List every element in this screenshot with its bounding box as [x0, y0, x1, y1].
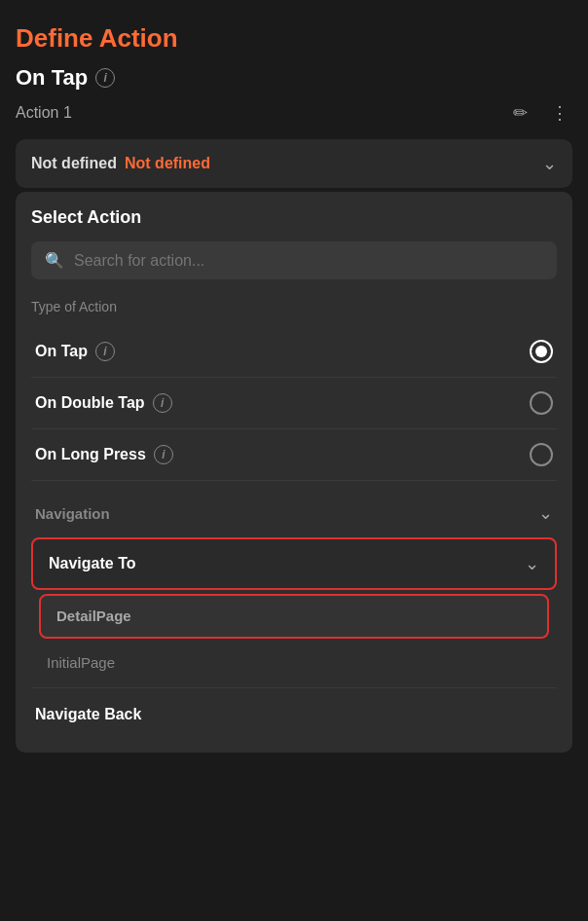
on-long-press-option-label-group: On Long Press i	[35, 445, 173, 464]
on-long-press-radio[interactable]	[530, 443, 553, 466]
edit-button[interactable]: ✏	[509, 98, 532, 128]
action-row: Action 1 ✏ ⋮	[16, 98, 572, 128]
on-tap-info-icon[interactable]: i	[95, 68, 115, 88]
action-label: Action 1	[16, 104, 72, 122]
dropdown-value: Not defined	[125, 155, 210, 172]
dropdown-header[interactable]: Not defined Not defined ⌄	[16, 139, 572, 188]
on-double-tap-option-label-group: On Double Tap i	[35, 393, 172, 413]
search-input[interactable]	[74, 252, 543, 270]
more-options-button[interactable]: ⋮	[547, 98, 572, 128]
page-container: Define Action On Tap i Action 1 ✏ ⋮ Not …	[0, 0, 588, 780]
radio-row-on-tap[interactable]: On Tap i	[31, 326, 557, 378]
detail-page-label: DetailPage	[56, 608, 131, 624]
page-title: Define Action	[16, 23, 572, 54]
on-tap-radio-inner	[535, 346, 547, 357]
select-action-title: Select Action	[31, 207, 557, 228]
radio-row-on-long-press[interactable]: On Long Press i	[31, 429, 557, 481]
on-tap-option-label-group: On Tap i	[35, 342, 115, 361]
select-action-panel: Select Action 🔍 Type of Action On Tap i …	[16, 192, 572, 753]
detail-page-row[interactable]: DetailPage	[39, 594, 549, 639]
dropdown-chevron-icon: ⌄	[542, 153, 557, 174]
navigate-to-label: Navigate To	[49, 555, 136, 572]
on-tap-radio[interactable]	[530, 340, 553, 363]
navigate-back-label: Navigate Back	[35, 706, 141, 722]
navigation-chevron-icon: ⌄	[538, 502, 553, 524]
on-double-tap-info-icon[interactable]: i	[153, 393, 172, 413]
search-box: 🔍	[31, 241, 557, 279]
on-tap-option-label: On Tap	[35, 343, 88, 360]
on-double-tap-radio[interactable]	[530, 391, 553, 415]
navigate-to-row[interactable]: Navigate To ⌄	[31, 537, 557, 590]
on-tap-option-info-icon[interactable]: i	[95, 342, 115, 361]
type-of-action-label: Type of Action	[31, 299, 557, 314]
on-long-press-option-label: On Long Press	[35, 446, 146, 463]
divider	[31, 687, 557, 688]
search-icon: 🔍	[45, 251, 64, 270]
dropdown-panel: Not defined Not defined ⌄	[16, 139, 572, 188]
navigate-to-chevron-icon: ⌄	[525, 553, 539, 574]
radio-row-on-double-tap[interactable]: On Double Tap i	[31, 378, 557, 429]
initial-page-row[interactable]: InitialPage	[31, 643, 557, 683]
navigation-header[interactable]: Navigation ⌄	[31, 489, 557, 537]
on-long-press-info-icon[interactable]: i	[154, 445, 173, 464]
navigate-back-row[interactable]: Navigate Back	[31, 692, 557, 737]
action-icons: ✏ ⋮	[509, 98, 572, 128]
navigation-section: Navigation ⌄ Navigate To ⌄ DetailPage In…	[31, 489, 557, 737]
on-tap-label: On Tap	[16, 65, 88, 91]
on-double-tap-option-label: On Double Tap	[35, 394, 145, 412]
section-header: On Tap i	[16, 65, 572, 91]
initial-page-label: InitialPage	[47, 654, 115, 671]
dropdown-header-text: Not defined Not defined	[31, 155, 210, 172]
navigation-label: Navigation	[35, 505, 110, 522]
dropdown-label: Not defined	[31, 155, 117, 172]
